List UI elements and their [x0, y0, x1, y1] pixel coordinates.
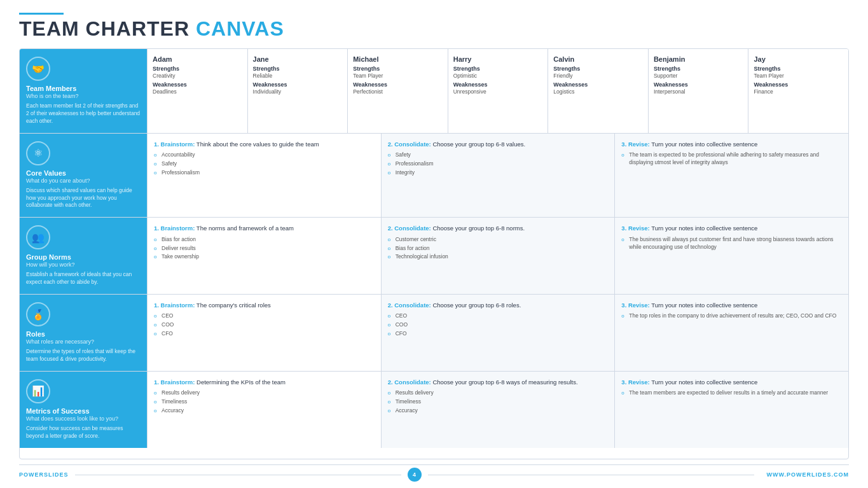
roles-left: 🏅 Roles What roles are necessary? Determ…	[20, 295, 147, 371]
list-item: CEO	[388, 312, 609, 320]
norms-step1-title: 1. Brainstorm: The norms and framework o…	[154, 224, 375, 232]
metrics-step1-bold: 1. Brainstorm:	[154, 379, 195, 386]
section-subtitle-core: What do you care about?	[26, 178, 90, 184]
strengths-label: Strengths	[253, 66, 343, 72]
roles-step1-text: The company's critical roles	[195, 302, 270, 309]
metrics-step1-title: 1. Brainstorm: Determining the KPIs of t…	[154, 378, 375, 386]
strengths-value: Supporter	[654, 73, 743, 79]
norms-step1-bold: 1. Brainstorm:	[154, 225, 195, 232]
list-item: Safety	[388, 151, 609, 159]
team-members-left: 🤝 Team Members Who is on the team? Each …	[20, 49, 147, 133]
list-item: The business will always put customer fi…	[621, 236, 842, 251]
list-item: Safety	[154, 160, 375, 168]
list-item: Deliver results	[154, 245, 375, 253]
title-blue: CANVAS	[196, 17, 284, 41]
core-step2-bold: 2. Consolidate:	[388, 141, 431, 148]
roles-step1-bold: 1. Brainstorm:	[154, 302, 195, 309]
list-item: COO	[388, 321, 609, 329]
roles-step2: 2. Consolidate: Choose your group top 6-…	[381, 295, 615, 371]
core-step3-title: 3. Revise: Turn your notes into collecti…	[621, 140, 842, 148]
list-item: Accountability	[154, 151, 375, 159]
core-step3-text: Turn your notes into collective sentence	[650, 141, 758, 148]
metrics-step1: 1. Brainstorm: Determining the KPIs of t…	[147, 372, 381, 448]
metrics-step2-list: Results deliveryTimelinessAccuracy	[388, 389, 609, 415]
weaknesses-label: Weaknesses	[754, 81, 843, 88]
metrics-row: 📊 Metrics of Success What does success l…	[20, 372, 848, 448]
weaknesses-value: Perfectionist	[353, 88, 443, 95]
title-dark: TEAM CHARTER	[19, 17, 189, 41]
team-members-icon: 🤝	[26, 57, 50, 81]
footer-brand: POWERSLIDES	[19, 471, 69, 478]
weaknesses-label: Weaknesses	[654, 81, 743, 88]
norms-step3-bold: 3. Revise:	[621, 225, 649, 232]
section-title-roles: Roles	[26, 330, 45, 338]
group-norms-row: 👥 Group Norms How will you work? Establi…	[20, 218, 848, 295]
member-cell-adam: Adam Strengths Creativity Weaknesses Dea…	[147, 49, 247, 133]
core-step3-list: The team is expected to be professional …	[621, 151, 842, 167]
weaknesses-label: Weaknesses	[353, 81, 443, 88]
norms-step3-title: 3. Revise: Turn your notes into collecti…	[621, 224, 842, 232]
list-item: Technological infusion	[388, 253, 609, 261]
list-item: Customer centric	[388, 236, 609, 244]
member-cell-jane: Jane Strengths Reliable Weaknesses Indiv…	[247, 49, 348, 133]
strengths-value: Team Player	[754, 73, 843, 79]
member-name: Jay	[754, 55, 843, 63]
core-values-content: 1. Brainstorm: Think about the core valu…	[147, 134, 848, 218]
roles-content: 1. Brainstorm: The company's critical ro…	[147, 295, 848, 371]
group-norms-left: 👥 Group Norms How will you work? Establi…	[20, 218, 147, 294]
weaknesses-label: Weaknesses	[453, 81, 543, 88]
section-title-norms: Group Norms	[26, 253, 71, 261]
core-values-step2: 2. Consolidate: Choose your group top 6-…	[381, 134, 615, 218]
weaknesses-value: Individuality	[253, 88, 343, 95]
roles-step3-title: 3. Revise: Turn your notes into collecti…	[621, 301, 842, 309]
metrics-content: 1. Brainstorm: Determining the KPIs of t…	[147, 372, 848, 448]
section-subtitle-norms: How will you work?	[26, 261, 75, 268]
member-cell-benjamin: Benjamin Strengths Supporter Weaknesses …	[648, 49, 748, 133]
strengths-label: Strengths	[654, 66, 743, 72]
weaknesses-value: Finance	[754, 88, 843, 95]
weaknesses-label: Weaknesses	[253, 81, 343, 88]
list-item: Accuracy	[154, 407, 375, 415]
list-item: Timeliness	[388, 398, 609, 406]
member-cell-harry: Harry Strengths Optimistic Weaknesses Un…	[448, 49, 548, 133]
norms-step3: 3. Revise: Turn your notes into collecti…	[614, 218, 848, 294]
metrics-step1-list: Results deliveryTimelinessAccuracy	[154, 389, 375, 415]
roles-step2-text: Choose your group top 6-8 roles.	[431, 302, 521, 309]
norms-step1-list: Bias for actionDeliver resultsTake owner…	[154, 236, 375, 261]
strengths-label: Strengths	[754, 66, 843, 72]
section-desc-team: Each team member list 2 of their strengt…	[26, 102, 141, 125]
member-name: Calvin	[553, 55, 643, 63]
core-step1-list: AccountabilitySafetyProfessionalism	[154, 151, 375, 177]
core-step2-text: Choose your group top 6-8 values.	[431, 141, 525, 148]
core-step1-text: Think about the core values to guide the…	[195, 141, 319, 148]
strengths-label: Strengths	[553, 66, 643, 72]
member-cell-calvin: Calvin Strengths Friendly Weaknesses Log…	[548, 49, 648, 133]
footer-line-right	[428, 475, 754, 475]
metrics-step3-text: Turn your notes into collective sentence	[650, 379, 758, 386]
roles-step1-title: 1. Brainstorm: The company's critical ro…	[154, 301, 375, 309]
roles-step2-list: CEOCOOCFO	[388, 312, 609, 338]
roles-icon: 🏅	[26, 302, 50, 326]
list-item: Professionalism	[388, 160, 609, 168]
metrics-step2-text: Choose your group top 6-8 ways of measur…	[431, 379, 578, 386]
norms-step2-text: Choose your group top 6-8 norms.	[431, 225, 525, 232]
core-step2-list: SafetyProfessionalismIntegrity	[388, 151, 609, 177]
roles-step1: 1. Brainstorm: The company's critical ro…	[147, 295, 381, 371]
weaknesses-value: Logistics	[553, 88, 643, 95]
list-item: CFO	[154, 330, 375, 338]
weaknesses-value: Interpersonal	[654, 88, 743, 95]
norms-step3-list: The business will always put customer fi…	[621, 236, 842, 251]
metrics-step3-title: 3. Revise: Turn your notes into collecti…	[621, 378, 842, 386]
footer-line-left	[75, 475, 401, 475]
list-item: CEO	[154, 312, 375, 320]
strengths-value: Creativity	[153, 73, 242, 79]
list-item: The team is expected to be professional …	[621, 151, 842, 167]
strengths-value: Team Player	[353, 73, 443, 79]
metrics-step3: 3. Revise: Turn your notes into collecti…	[614, 372, 848, 448]
section-desc-norms: Establish a framework of ideals that you…	[26, 271, 141, 286]
section-subtitle-team: Who is on the team?	[26, 93, 79, 99]
list-item: Professionalism	[154, 169, 375, 177]
member-name: Michael	[353, 55, 443, 63]
metrics-step2: 2. Consolidate: Choose your group top 6-…	[381, 372, 615, 448]
core-step1-bold: 1. Brainstorm:	[154, 141, 195, 148]
